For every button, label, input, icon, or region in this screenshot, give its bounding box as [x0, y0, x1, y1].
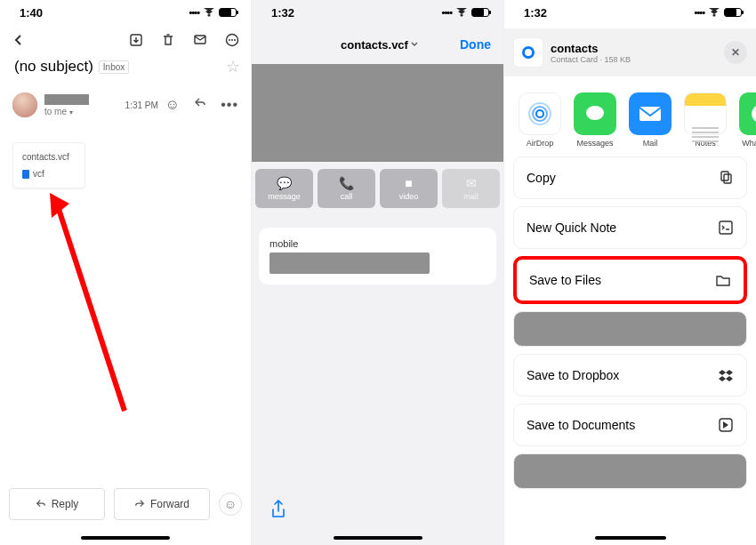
email-toolbar: [0, 27, 251, 53]
mobile-card[interactable]: mobile: [259, 228, 496, 285]
nav-title[interactable]: contacts.vcf: [300, 38, 460, 52]
share-icons: AirDrop Messages Mail Notes WhatsApp: [504, 76, 756, 156]
notes-option[interactable]: Notes: [684, 92, 727, 148]
subject-row: (no subject) Inbox ☆: [0, 53, 251, 80]
mail-action: ✉mail: [442, 169, 500, 208]
done-button[interactable]: Done: [460, 37, 491, 52]
save-to-files-action[interactable]: Save to Files: [513, 256, 747, 304]
reply-button[interactable]: Reply: [9, 488, 105, 520]
svg-rect-16: [721, 172, 728, 180]
airdrop-option[interactable]: AirDrop: [519, 92, 561, 148]
trash-icon[interactable]: [160, 32, 176, 48]
archive-icon[interactable]: [128, 32, 144, 48]
sender-name-redacted: [44, 94, 89, 105]
bottom-actions: Reply Forward ☺: [0, 488, 251, 520]
nav-bar: contacts.vcf Done: [252, 25, 503, 64]
airdrop-icon: [519, 92, 561, 135]
message-header: to me ▾ 1:31 PM ☺ •••: [0, 80, 251, 130]
mobile-number-redacted: [269, 252, 430, 274]
copy-action[interactable]: Copy: [513, 156, 747, 199]
contact-actions: 💬message 📞call ■video ✉mail: [252, 162, 503, 215]
whatsapp-icon: [739, 92, 756, 135]
attachment-ext: vcf: [33, 169, 44, 179]
save-documents-action[interactable]: Save to Documents: [513, 404, 747, 446]
call-action[interactable]: 📞call: [318, 169, 375, 208]
share-sheet-screen: 1:32 •••• contacts Contact Card · 158 KB…: [504, 0, 756, 545]
home-indicator: [595, 536, 666, 540]
documents-icon: [718, 417, 734, 433]
dropbox-icon: [718, 367, 734, 383]
back-icon[interactable]: [11, 32, 27, 48]
to-line[interactable]: to me ▾: [44, 107, 118, 116]
svg-line-6: [57, 204, 125, 411]
avatar[interactable]: [12, 92, 37, 117]
note-icon: [718, 220, 734, 236]
more-icon[interactable]: [224, 32, 240, 48]
svg-point-3: [229, 39, 230, 41]
reply-icon[interactable]: [194, 97, 206, 109]
messages-icon: [574, 92, 616, 135]
message-more-icon[interactable]: •••: [221, 97, 238, 113]
forward-button[interactable]: Forward: [114, 488, 210, 520]
share-button[interactable]: [269, 499, 287, 520]
share-header: contacts Contact Card · 158 KB ✕: [504, 28, 756, 76]
star-icon[interactable]: ☆: [226, 57, 240, 76]
home-indicator: [81, 536, 170, 540]
status-bar: 1:32 ••••: [252, 0, 503, 25]
file-icon: [22, 170, 29, 179]
new-quick-note-action[interactable]: New Quick Note: [513, 206, 747, 249]
status-bar: 1:32 ••••: [504, 0, 756, 25]
video-action[interactable]: ■video: [380, 169, 438, 208]
status-time: 1:32: [524, 6, 547, 20]
status-bar: 1:40 ••••: [0, 0, 251, 25]
save-dropbox-action[interactable]: Save to Dropbox: [513, 354, 747, 397]
message-action[interactable]: 💬message: [255, 169, 313, 208]
file-subtitle: Contact Card · 158 KB: [551, 55, 717, 64]
attachment[interactable]: contacts.vcf vcf: [12, 142, 85, 188]
notes-icon: [684, 92, 727, 135]
attachment-name: contacts.vcf: [22, 152, 76, 162]
annotation-arrow: [44, 193, 133, 415]
inbox-tag: Inbox: [99, 60, 129, 74]
status-indicators: ••••: [695, 7, 742, 18]
share-row: [252, 499, 503, 520]
svg-point-5: [234, 39, 236, 41]
svg-rect-18: [720, 221, 732, 234]
svg-point-13: [586, 106, 604, 120]
svg-rect-14: [639, 107, 661, 121]
status-indicators: ••••: [442, 7, 489, 18]
mail-option[interactable]: Mail: [629, 92, 672, 148]
mail-icon: [629, 92, 672, 135]
home-indicator: [334, 536, 422, 540]
svg-point-11: [533, 107, 547, 121]
contact-preview-screen: 1:32 •••• contacts.vcf Done 💬message 📞ca…: [252, 0, 504, 545]
svg-point-4: [231, 39, 233, 41]
redacted-action[interactable]: [513, 311, 747, 347]
file-title: contacts: [551, 42, 717, 55]
svg-point-10: [536, 110, 543, 117]
share-actions-list: Copy New Quick Note Save to Files Save t…: [504, 156, 756, 489]
react-icon[interactable]: ☺: [165, 97, 180, 113]
svg-point-15: [752, 105, 756, 123]
close-button[interactable]: ✕: [724, 41, 747, 64]
status-time: 1:40: [20, 6, 43, 20]
folder-icon: [715, 272, 731, 288]
mobile-label: mobile: [269, 238, 486, 249]
status-time: 1:32: [271, 6, 294, 20]
messages-option[interactable]: Messages: [574, 92, 616, 148]
file-icon: [513, 37, 543, 68]
contact-photo-redacted: [252, 64, 503, 162]
email-screen: 1:40 •••• (no subject) Inb: [0, 0, 252, 545]
svg-marker-7: [50, 193, 69, 218]
status-indicators: ••••: [189, 7, 237, 18]
react-button[interactable]: ☺: [219, 493, 242, 516]
whatsapp-option[interactable]: WhatsApp: [739, 92, 756, 148]
redacted-action[interactable]: [513, 453, 747, 489]
subject-text: (no subject): [14, 58, 93, 76]
svg-rect-17: [724, 174, 731, 183]
message-time: 1:31 PM: [125, 100, 158, 110]
unread-icon[interactable]: [192, 32, 208, 48]
copy-icon: [718, 170, 734, 186]
